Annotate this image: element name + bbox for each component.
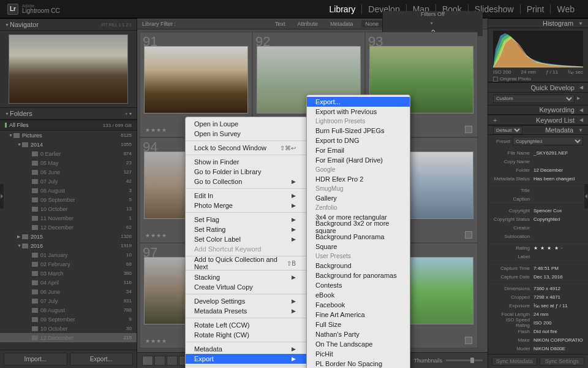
menu-item[interactable]: PicHit <box>307 349 410 359</box>
navigator-zoom-presets[interactable]: FIT FILL 1:1 2:1 <box>102 23 132 27</box>
folders-header[interactable]: ▼Folders + ▾ <box>0 107 137 120</box>
menu-item[interactable]: Full Size <box>307 320 410 329</box>
folder-row[interactable]: 07 July42 <box>0 177 137 186</box>
folder-row[interactable]: 03 March380 <box>0 269 137 278</box>
folder-row[interactable]: 02 February68 <box>0 259 137 269</box>
sync-metadata-button[interactable]: Sync Metadata <box>492 357 537 366</box>
metadata-header[interactable]: Default Metadata▼ <box>488 125 588 135</box>
menu-item[interactable]: For Email <box>307 145 410 155</box>
keyword-list-header[interactable]: +Keyword List◀ <box>488 115 588 125</box>
grid-view-button[interactable] <box>142 356 153 366</box>
menu-item[interactable]: Metadata▶ <box>186 344 307 354</box>
folder-row[interactable]: 06 June127 <box>0 167 137 177</box>
menu-item[interactable]: Export to DNG <box>307 136 410 145</box>
quick-develop-header[interactable]: Quick Develop◀ <box>488 82 588 92</box>
folder-row[interactable]: 09 September9 <box>0 315 137 324</box>
menu-item[interactable]: Burn Full-Sized JPEGs <box>307 126 410 136</box>
menu-item[interactable]: Create Virtual Copy <box>186 282 307 292</box>
sync-settings-button[interactable]: Sync Settings <box>540 357 585 366</box>
folder-row[interactable]: ▼Pictures6125 <box>0 131 137 140</box>
navigator-preview[interactable] <box>0 31 137 107</box>
app-brand: Adobe Lightroom CC <box>22 4 60 14</box>
menu-item[interactable]: Show in Finder <box>186 157 307 167</box>
loupe-view-button[interactable] <box>154 356 165 366</box>
module-print[interactable]: Print <box>521 4 551 14</box>
menu-item[interactable]: Go to Collection▶ <box>186 177 307 186</box>
filter-none[interactable]: None <box>361 20 382 28</box>
menu-item[interactable]: Export... <box>307 97 410 107</box>
filter-preset-dropdown[interactable]: ▾ <box>431 21 435 26</box>
menu-item[interactable]: Gallery <box>307 193 410 203</box>
export-button[interactable]: Export... <box>70 353 134 366</box>
filter-metadata[interactable]: Metadata <box>326 20 357 28</box>
menu-item[interactable]: Go to Folder in Library <box>186 167 307 177</box>
module-library[interactable]: Library <box>323 4 363 14</box>
menu-item[interactable]: For Email (Hard Drive) <box>307 155 410 165</box>
volume-header[interactable]: All Files 133 / 699 GB <box>0 120 137 131</box>
compare-view-button[interactable] <box>167 356 178 366</box>
menu-item[interactable]: Background for panoramas <box>307 270 410 280</box>
metadata-set-select[interactable]: Default <box>493 126 522 134</box>
right-panel-collapse[interactable] <box>584 184 588 209</box>
menu-item[interactable]: Set Rating▶ <box>186 224 307 234</box>
menu-item[interactable]: Stacking▶ <box>186 272 307 282</box>
menu-item[interactable]: Add to Quick Collection and Next⇧B <box>186 258 307 268</box>
filters-off[interactable]: Filters Off <box>421 11 445 17</box>
menu-item[interactable]: Export▶ <box>186 354 307 364</box>
folder-row[interactable]: ▶20151326 <box>0 232 137 241</box>
menu-item[interactable]: PL Border No Spacing <box>307 359 410 368</box>
menu-item[interactable]: HDR Efex Pro 2 <box>307 174 410 184</box>
menu-item[interactable]: eBook <box>307 290 410 300</box>
filter-text[interactable]: Text <box>271 20 289 28</box>
menu-item[interactable]: Photo Merge▶ <box>186 201 307 210</box>
menu-item[interactable]: Rotate Left (CCW) <box>186 320 307 330</box>
rating-stars[interactable]: ★ ★ ★ ★ · <box>533 245 583 251</box>
module-web[interactable]: Web <box>551 4 581 14</box>
menu-item[interactable]: Lock to Second Window⇧⌘↩ <box>186 143 307 153</box>
folder-row[interactable]: 08 August788 <box>0 305 137 315</box>
thumbnail-size-slider[interactable] <box>446 359 483 361</box>
menu-item[interactable]: Set Flag▶ <box>186 215 307 224</box>
folder-row[interactable]: 12 December215 <box>0 333 137 342</box>
left-panel-collapse[interactable] <box>0 184 4 209</box>
folder-row[interactable]: 05 May23 <box>0 158 137 167</box>
folder-row[interactable]: 10 October30 <box>0 324 137 333</box>
menu-item[interactable]: Open in Survey <box>186 129 307 139</box>
folder-row[interactable]: 0 Earlier874 <box>0 149 137 158</box>
folder-row[interactable]: ▼20161919 <box>0 241 137 250</box>
folder-row[interactable]: 09 September5 <box>0 195 137 204</box>
folder-row[interactable]: 12 December62 <box>0 223 137 232</box>
menu-item[interactable]: Contests <box>307 280 410 290</box>
import-button[interactable]: Import... <box>4 353 67 366</box>
menu-item[interactable]: Square <box>307 242 410 251</box>
folder-row[interactable]: 06 June34 <box>0 287 137 296</box>
menu-item[interactable]: Develop Settings▶ <box>186 296 307 306</box>
folder-row[interactable]: 07 July831 <box>0 296 137 305</box>
quickdev-preset-select[interactable]: Custom <box>493 94 575 103</box>
menu-item[interactable]: Background 3x2 or more square <box>307 222 410 232</box>
menu-item[interactable]: Export with Previous <box>307 107 410 117</box>
menu-item[interactable]: Edit In▶ <box>186 191 307 201</box>
menu-item[interactable]: On The Landscape <box>307 339 410 349</box>
menu-item[interactable]: Metadata Presets▶ <box>186 306 307 316</box>
menu-item[interactable]: Set Color Label▶ <box>186 234 307 244</box>
menu-item[interactable]: Rotate Right (CW) <box>186 330 307 340</box>
metadata-preset-select[interactable]: Copyrighted <box>513 137 583 145</box>
folder-row[interactable]: ▼20141055 <box>0 140 137 149</box>
navigator-header[interactable]: ▼Navigator FIT FILL 1:1 2:1 <box>0 18 137 31</box>
folder-row[interactable]: 11 November1 <box>0 213 137 223</box>
menu-item[interactable]: Fine Art America <box>307 310 410 320</box>
folder-row[interactable]: 08 August3 <box>0 186 137 195</box>
histogram-header[interactable]: Histogram▼ <box>488 18 588 28</box>
histogram-canvas[interactable] <box>493 31 583 67</box>
folder-row[interactable]: 01 January10 <box>0 250 137 259</box>
menu-item[interactable]: Nathan's Party <box>307 329 410 339</box>
keywording-header[interactable]: Keywording◀ <box>488 105 588 115</box>
original-photo-checkbox[interactable]: Original Photo <box>493 76 583 82</box>
folder-row[interactable]: 04 April116 <box>0 278 137 287</box>
folder-row[interactable]: 10 October13 <box>0 204 137 213</box>
menu-item[interactable]: Open in Loupe <box>186 119 307 129</box>
filter-attribute[interactable]: Attribute <box>293 20 322 28</box>
menu-item[interactable]: Facebook <box>307 300 410 310</box>
menu-item[interactable]: Background <box>307 261 410 270</box>
